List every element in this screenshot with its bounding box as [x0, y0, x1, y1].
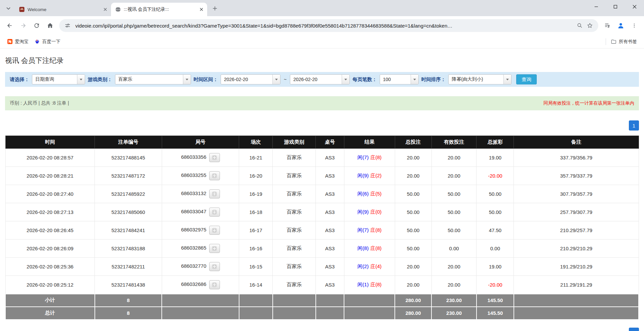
chevron-down-icon[interactable]	[411, 75, 418, 84]
tab-search-button[interactable]	[3, 3, 13, 13]
result-player: 闲(7)	[357, 227, 369, 233]
cell-total-bet-link[interactable]: 20.00	[395, 276, 431, 294]
chevron-down-icon[interactable]	[503, 75, 511, 84]
profile-avatar[interactable]	[614, 19, 627, 32]
result-banker: 庄(8)	[370, 245, 381, 251]
home-button[interactable]	[44, 19, 56, 32]
result-banker: 庄(4)	[370, 263, 381, 269]
round-video-button[interactable]	[209, 171, 220, 180]
cell-result: 闲(7)庄(8)	[344, 149, 395, 167]
cell-time: 2026-02-20 08:28:57	[5, 149, 95, 167]
subtotal-row: 小计 8 280.00 230.00 145.50	[5, 294, 639, 307]
cell-total-bet-link[interactable]: 20.00	[395, 258, 431, 276]
chevron-down-icon[interactable]	[77, 75, 85, 84]
summary-bar: 币别 : 人民币 | 总共 :8 注单 | 同局有效投注，统一计算在该局第一张注…	[5, 96, 639, 110]
all-bookmarks-label: 所有书签	[619, 39, 637, 45]
cell-total-bet-link[interactable]: 50.00	[395, 221, 431, 240]
cell-note: 210.29/257.79	[514, 221, 639, 240]
cell-valid-bet: 20.00	[431, 258, 477, 276]
folder-icon	[611, 39, 616, 44]
query-type-select[interactable]: 日期查询	[32, 74, 85, 84]
tab-close-icon[interactable]	[198, 6, 204, 13]
subtotal-valid-bet: 230.00	[431, 294, 477, 307]
date-from-select[interactable]: 2026-02-20	[221, 74, 280, 84]
page-size-select[interactable]: 100	[380, 74, 419, 84]
chevron-down-icon[interactable]	[342, 75, 349, 84]
dice-icon	[212, 191, 217, 196]
cell-total-bet-link[interactable]: 20.00	[395, 167, 431, 185]
chevron-down-icon[interactable]	[183, 75, 191, 84]
refresh-button[interactable]	[30, 19, 43, 32]
site-info-icon[interactable]	[63, 21, 73, 31]
close-window-button[interactable]	[625, 0, 644, 13]
tab-betrecord[interactable]: :::视讯 会员下注纪录:::	[111, 3, 207, 16]
chevron-down-icon[interactable]	[272, 75, 280, 84]
col-header-game-type: 游戏类别	[273, 136, 316, 149]
date-range-separator: ~	[283, 77, 287, 82]
dice-icon	[212, 228, 217, 233]
round-video-button[interactable]	[209, 262, 220, 271]
dice-icon	[212, 282, 217, 287]
address-bar[interactable]: videoie.com/ipl/portal.php/game/betrecor…	[59, 19, 598, 32]
page-1-button-bottom[interactable]: 1	[629, 328, 639, 331]
welcome-favicon-icon	[19, 7, 25, 12]
tab-welcome[interactable]: Welcome	[15, 3, 111, 16]
round-video-button[interactable]	[209, 280, 220, 289]
forward-button[interactable]	[17, 19, 30, 32]
cell-total-bet-link[interactable]: 50.00	[395, 203, 431, 221]
cell-total-bet-link[interactable]: 20.00	[395, 149, 431, 167]
cell-note: 337.79/356.79	[514, 149, 639, 167]
round-video-button[interactable]	[209, 208, 220, 217]
browser-tab-strip: Welcome :::视讯 会员下注纪录:::	[0, 0, 644, 16]
result-player: 闲(6)	[357, 191, 369, 196]
bet-records-table: 时间 注单编号 局号 场次 游戏类别 桌号 结果 总投注 有效投注 总派彩 备注…	[5, 136, 639, 320]
currency-summary-text: 币别 : 人民币 | 总共 :8 注单 |	[10, 100, 69, 106]
round-video-button[interactable]	[209, 244, 220, 253]
round-id-text: 686033255	[181, 172, 206, 178]
page-1-button[interactable]: 1	[629, 120, 639, 131]
bookmarks-bar: 淘 爱淘宝 百度一下 所有书签	[0, 35, 644, 48]
bookmark-baidu[interactable]: 百度一下	[32, 37, 64, 46]
cell-table-no: AS3	[316, 149, 344, 167]
cell-total-bet-link[interactable]: 50.00	[395, 185, 431, 203]
cell-game-type: 百家乐	[273, 185, 316, 203]
col-header-payout: 总派彩	[477, 136, 514, 149]
total-total-bet: 280.00	[395, 307, 431, 320]
back-button[interactable]	[3, 19, 16, 32]
cell-round-id: 686032865	[162, 240, 239, 258]
media-controls-icon[interactable]	[601, 19, 614, 32]
game-type-select[interactable]: 百家乐	[115, 74, 191, 84]
total-row: 总计 8 280.00 230.00 145.50	[5, 307, 639, 320]
all-bookmarks-button[interactable]: 所有书签	[608, 37, 640, 46]
cell-total-bet-link[interactable]: 50.00	[395, 240, 431, 258]
browser-menu-icon[interactable]	[628, 19, 641, 32]
bookmark-aitaobao[interactable]: 淘 爱淘宝	[4, 37, 32, 46]
sort-select[interactable]: 降幂(由大到小)	[448, 74, 512, 84]
round-video-button[interactable]	[209, 226, 220, 235]
total-count: 8	[95, 307, 162, 320]
cell-payout: -20.00	[477, 276, 514, 294]
tab-title: :::视讯 会员下注纪录:::	[124, 6, 198, 12]
round-video-button[interactable]	[209, 189, 220, 198]
search-button[interactable]: 查询	[516, 74, 537, 84]
new-tab-button[interactable]	[210, 3, 220, 13]
cell-payout: 50.00	[477, 185, 514, 203]
filter-bar: 请选择： 日期查询 游戏类别： 百家乐 时间区间： 2026-02-20 ~ 2…	[5, 72, 639, 87]
dice-icon	[212, 155, 217, 160]
cell-bet-id: 523217487172	[95, 167, 162, 185]
table-row: 2026-02-20 08:26:09 523217483188 6860328…	[5, 240, 639, 258]
maximize-button[interactable]	[606, 0, 625, 13]
col-header-bet-id: 注单编号	[95, 136, 162, 149]
tab-close-icon[interactable]	[102, 6, 108, 13]
date-to-select[interactable]: 2026-02-20	[290, 74, 350, 84]
zoom-icon[interactable]	[575, 21, 585, 31]
minimize-button[interactable]	[586, 0, 606, 13]
dice-icon	[212, 246, 217, 251]
round-video-button[interactable]	[209, 153, 220, 162]
bookmark-star-icon[interactable]	[585, 21, 595, 31]
round-id-text: 686032770	[181, 263, 206, 269]
col-header-time: 时间	[5, 136, 95, 149]
cell-payout: 0.00	[477, 240, 514, 258]
result-banker: 庄(8)	[370, 154, 381, 160]
sort-label: 时间排序：	[421, 76, 446, 83]
